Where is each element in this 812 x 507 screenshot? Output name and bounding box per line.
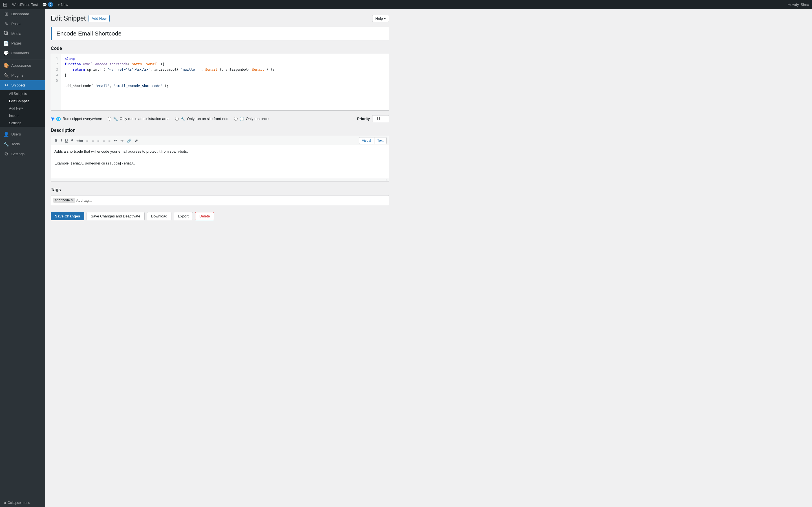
users-icon: 👤 xyxy=(3,131,9,137)
globe-icon: 🌐 xyxy=(56,117,61,121)
blockquote-button[interactable]: ❝ xyxy=(70,138,74,144)
snippets-icon: ✂ xyxy=(3,82,9,88)
sidebar-item-posts[interactable]: ✎ Posts xyxy=(0,19,45,29)
help-button[interactable]: Help ▾ xyxy=(372,15,389,22)
site-name-link[interactable]: WordPress Test xyxy=(12,3,38,7)
italic-button[interactable]: I xyxy=(59,138,63,144)
collapse-icon: ◀ xyxy=(3,501,6,505)
visual-tab[interactable]: Visual xyxy=(359,137,374,144)
sidebar-item-settings[interactable]: Settings xyxy=(0,119,45,127)
menu-separator-1 xyxy=(0,59,45,59)
run-admin-radio[interactable] xyxy=(108,117,111,121)
dashboard-icon: ⊞ xyxy=(3,11,9,17)
new-content-link[interactable]: + New xyxy=(57,3,68,7)
align-right-button[interactable]: ≡ xyxy=(107,138,112,144)
sidebar-item-tools[interactable]: 🔧 Tools xyxy=(0,139,45,149)
line-number: 5 xyxy=(54,78,58,83)
redo-button[interactable]: ↪ xyxy=(119,138,125,144)
save-deactivate-button[interactable]: Save Changes and Deactivate xyxy=(87,212,145,220)
run-once-label: Only run once xyxy=(246,117,269,121)
code-editor[interactable]: 1 2 3 4 5 <?php function email_encode_sh… xyxy=(51,54,389,110)
run-once-radio[interactable] xyxy=(234,117,238,121)
ordered-list-button[interactable]: ≡ xyxy=(90,138,95,144)
code-content[interactable]: <?php function email_encode_shortcode( $… xyxy=(61,54,389,110)
line-numbers: 1 2 3 4 5 xyxy=(51,54,61,110)
tags-section-title: Tags xyxy=(51,187,389,192)
run-once-option[interactable]: 🕐 Only run once xyxy=(234,117,269,121)
run-frontend-option[interactable]: 🔧 Only run on site front-end xyxy=(175,117,229,121)
comments-icon: 💬 xyxy=(3,50,9,56)
strikethrough-button[interactable]: abc xyxy=(75,138,84,144)
tags-container[interactable]: shortcode × xyxy=(51,195,389,205)
sidebar-item-dashboard[interactable]: ⊞ Dashboard xyxy=(0,9,45,19)
text-tab[interactable]: Text xyxy=(374,137,387,144)
appearance-icon: 🎨 xyxy=(3,63,9,68)
add-new-button[interactable]: Add New xyxy=(89,15,110,22)
run-admin-option[interactable]: 🔧 Only run in administration area xyxy=(108,117,169,121)
undo-button[interactable]: ↩ xyxy=(112,138,118,144)
line-number: 2 xyxy=(54,62,58,67)
underline-button[interactable]: U xyxy=(64,138,69,144)
comments-link[interactable]: 💬 0 xyxy=(42,2,53,7)
menu-separator-2 xyxy=(0,128,45,128)
tag-item-shortcode: shortcode × xyxy=(53,198,75,203)
wp-logo-icon[interactable]: ⊞ xyxy=(3,1,8,8)
sidebar-item-snippets[interactable]: ✂ Snippets xyxy=(0,80,45,90)
all-snippets-label: All Snippets xyxy=(9,92,27,96)
user-howdy[interactable]: Howdy, Shea xyxy=(788,3,809,7)
sidebar-item-media[interactable]: 🖼 Media xyxy=(0,29,45,38)
tag-remove-button[interactable]: × xyxy=(71,198,73,202)
export-button[interactable]: Export xyxy=(174,212,193,220)
align-left-button[interactable]: ≡ xyxy=(96,138,101,144)
run-everywhere-option[interactable]: 🌐 Run snippet everywhere xyxy=(51,117,102,121)
resize-handle[interactable]: ⤡ xyxy=(51,179,389,182)
run-options: 🌐 Run snippet everywhere 🔧 Only run in a… xyxy=(51,115,389,122)
sidebar-item-users[interactable]: 👤 Users xyxy=(0,129,45,139)
sidebar-label-tools: Tools xyxy=(11,142,20,146)
download-button[interactable]: Download xyxy=(147,212,172,220)
description-editor[interactable]: Adds a shortcode that will encode your e… xyxy=(51,145,389,179)
unordered-list-button[interactable]: ≡ xyxy=(85,138,90,144)
sidebar-label-snippets: Snippets xyxy=(11,83,26,87)
save-changes-button[interactable]: Save Changes xyxy=(51,212,84,220)
align-center-button[interactable]: ≡ xyxy=(101,138,107,144)
media-icon: 🖼 xyxy=(3,31,9,36)
tag-label: shortcode xyxy=(55,198,70,202)
page-title: Edit Snippet xyxy=(51,15,86,22)
tags-section: Tags shortcode × xyxy=(51,187,389,205)
plugins-icon: 🔌 xyxy=(3,73,9,78)
action-buttons: Save Changes Save Changes and Deactivate… xyxy=(51,212,389,220)
tag-input[interactable] xyxy=(76,198,387,203)
link-button[interactable]: 🔗 xyxy=(125,138,133,144)
description-example: [email]someone@gmail.com[/email] xyxy=(71,161,136,165)
expand-button[interactable]: ⤢ xyxy=(133,138,139,144)
sidebar-item-appearance[interactable]: 🎨 Appearance xyxy=(0,61,45,70)
run-everywhere-radio[interactable] xyxy=(51,117,54,121)
site-icon: 🔧 xyxy=(181,117,185,121)
priority-input[interactable] xyxy=(372,115,389,122)
sidebar-item-pages[interactable]: 📄 Pages xyxy=(0,38,45,48)
import-label: Import xyxy=(9,114,18,118)
collapse-menu-button[interactable]: ◀ Collapse menu xyxy=(0,499,45,507)
sidebar-item-all-snippets[interactable]: All Snippets xyxy=(0,90,45,98)
line-number: 4 xyxy=(54,73,58,78)
priority-label: Priority xyxy=(357,117,370,121)
sidebar-item-add-new[interactable]: Add New xyxy=(0,105,45,112)
snippet-title-container xyxy=(51,27,389,40)
pages-icon: 📄 xyxy=(3,41,9,46)
edit-snippet-label: Edit Snippet xyxy=(9,99,29,103)
sidebar-item-edit-snippet[interactable]: Edit Snippet xyxy=(0,98,45,105)
snippet-title-input[interactable] xyxy=(52,27,389,40)
description-text-1: Adds a shortcode that will encode your e… xyxy=(54,149,386,155)
sidebar-label-users: Users xyxy=(11,132,21,136)
sidebar-item-plugins[interactable]: 🔌 Plugins xyxy=(0,70,45,80)
sidebar-label-appearance: Appearance xyxy=(11,63,31,68)
sidebar-item-settings-main[interactable]: ⚙ Settings xyxy=(0,149,45,159)
delete-button[interactable]: Delete xyxy=(195,212,214,220)
bold-button[interactable]: B xyxy=(53,138,59,144)
run-frontend-radio[interactable] xyxy=(175,117,179,121)
sidebar-item-comments[interactable]: 💬 Comments xyxy=(0,48,45,58)
sidebar-item-import[interactable]: Import xyxy=(0,112,45,119)
description-section: Description B I U ❝ abc ≡ ≡ ≡ ≡ ≡ ↩ ↪ 🔗 … xyxy=(51,128,389,182)
run-frontend-label: Only run on site front-end xyxy=(187,117,229,121)
